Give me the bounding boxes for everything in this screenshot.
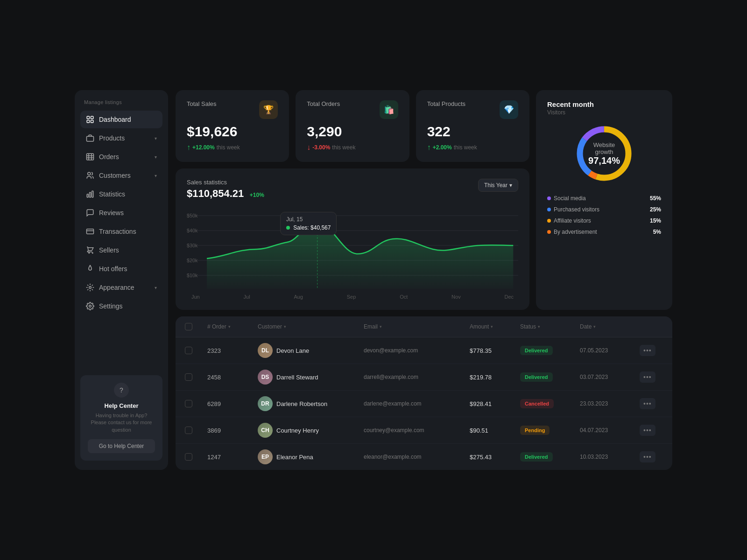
transactions-icon: [86, 227, 94, 236]
sidebar-item-label: Customers: [99, 172, 150, 179]
sidebar-item-appearance[interactable]: Appearance ▾: [80, 279, 162, 296]
manage-label: Manage listings: [80, 99, 162, 110]
customer-name-2: Darrell Steward: [276, 374, 318, 381]
stat-card-total-sales: Total Sales 🏆 $19,626 ↑ +12.00% this wee…: [176, 90, 289, 162]
col-header-customer[interactable]: Customer ▾: [258, 323, 360, 330]
legend-item-advertisement: By advertisement 5%: [547, 229, 661, 235]
email-5: eleanor@example.com: [364, 454, 466, 460]
sidebar-item-hot-offers[interactable]: Hot offers: [80, 260, 162, 278]
total-products-period: this week: [454, 144, 477, 151]
sidebar-item-dashboard[interactable]: Dashboard: [80, 111, 162, 128]
sidebar-item-statistics[interactable]: Statistics: [80, 185, 162, 203]
sidebar-item-customers[interactable]: Customers ▾: [80, 167, 162, 184]
email-4: courtney@example.com: [364, 427, 466, 434]
bag-icon: 🛍️: [380, 100, 398, 119]
settings-icon: [86, 302, 94, 310]
avatar-3: DR: [258, 396, 273, 411]
col-header-order[interactable]: # Order ▾: [207, 323, 254, 330]
actions-button-2[interactable]: •••: [640, 371, 655, 383]
customer-cell-4: CH Courtney Henry: [258, 423, 360, 438]
svg-rect-9: [87, 229, 94, 234]
sidebar-item-products[interactable]: Products ▾: [80, 129, 162, 147]
customer-name-3: Darlene Robertson: [276, 400, 327, 407]
svg-point-11: [89, 305, 92, 308]
customer-name-1: Devon Lane: [276, 347, 309, 354]
appearance-icon: [86, 283, 94, 292]
date-1: 07.05.2023: [580, 347, 636, 354]
sidebar: Manage listings Dashboard Products ▾: [75, 90, 168, 470]
table-row: 6289 DR Darlene Robertson darlene@exampl…: [176, 391, 672, 417]
sidebar-item-label: Reviews: [99, 209, 157, 217]
actions-button-1[interactable]: •••: [640, 345, 655, 356]
chevron-down-icon: ▾: [155, 136, 157, 141]
avatar-4: CH: [258, 423, 273, 438]
x-label-jun: Jun: [191, 294, 200, 300]
period-selector-button[interactable]: This Year ▾: [478, 179, 518, 192]
sidebar-item-settings[interactable]: Settings: [80, 297, 162, 315]
chevron-down-icon: ▾: [155, 154, 157, 160]
actions-button-5[interactable]: •••: [640, 451, 655, 462]
col-header-amount[interactable]: Amount ▾: [470, 323, 516, 330]
sidebar-item-orders[interactable]: Orders ▾: [80, 148, 162, 166]
table-row: 3869 CH Courtney Henry courtney@example.…: [176, 417, 672, 444]
customers-icon: [86, 171, 94, 180]
help-icon: ?: [114, 383, 129, 398]
sidebar-item-label: Statistics: [99, 190, 157, 198]
row-checkbox-3[interactable]: [185, 400, 192, 407]
sort-icon-order: ▾: [228, 324, 231, 329]
orders-table: # Order ▾ Customer ▾ Email ▾ Amount ▾ St…: [176, 316, 672, 470]
customer-cell-3: DR Darlene Robertson: [258, 396, 360, 411]
sort-icon-date: ▾: [593, 324, 596, 329]
app-container: Manage listings Dashboard Products ▾: [75, 90, 672, 470]
svg-rect-1: [91, 116, 93, 119]
go-to-help-button[interactable]: Go to Help Center: [88, 439, 155, 453]
status-badge-5: Delivered: [520, 452, 553, 462]
svg-text:$50k: $50k: [187, 213, 198, 218]
col-header-status[interactable]: Status ▾: [520, 323, 576, 330]
x-label-dec: Dec: [504, 294, 514, 300]
row-checkbox-5[interactable]: [185, 453, 192, 461]
chart-badge: +10%: [250, 192, 264, 198]
actions-button-4[interactable]: •••: [640, 425, 655, 436]
select-all-checkbox[interactable]: [185, 323, 192, 330]
help-center-title: Help Center: [88, 402, 155, 409]
amount-4: $90.51: [470, 427, 516, 434]
col-label-order: # Order: [207, 323, 226, 330]
total-orders-period: this week: [332, 144, 355, 151]
row-checkbox-2[interactable]: [185, 373, 192, 381]
status-badge-4: Pending: [520, 426, 550, 435]
col-header-date[interactable]: Date ▾: [580, 323, 636, 330]
status-5: Delivered: [520, 452, 576, 462]
actions-button-3[interactable]: •••: [640, 398, 655, 409]
sidebar-item-reviews[interactable]: Reviews: [80, 204, 162, 222]
row-checkbox-1[interactable]: [185, 347, 192, 354]
sidebar-item-label: Transactions: [99, 228, 157, 235]
col-header-email[interactable]: Email ▾: [364, 323, 466, 330]
svg-rect-8: [92, 191, 93, 197]
total-sales-title: Total Sales: [187, 100, 217, 107]
order-number-4: 3869: [207, 427, 254, 434]
products-icon: [86, 134, 94, 142]
table-header-row: # Order ▾ Customer ▾ Email ▾ Amount ▾ St…: [176, 316, 672, 337]
x-label-jul: Jul: [244, 294, 250, 300]
ring-text-website: Website: [588, 141, 620, 148]
chevron-down-icon: ▾: [155, 285, 157, 290]
chart-card: Sales statistics $110,854.21 +10% This Y…: [176, 168, 529, 310]
reviews-icon: [86, 209, 94, 217]
sidebar-item-sellers[interactable]: Sellers: [80, 241, 162, 259]
order-number-5: 1247: [207, 454, 254, 461]
dashboard-icon: [86, 115, 94, 124]
header-checkbox: [185, 323, 204, 330]
help-center-description: Having trouble in App? Please contact us…: [88, 412, 155, 434]
order-number-2: 2458: [207, 374, 254, 381]
email-2: darrell@example.com: [364, 374, 466, 380]
svg-text:$40k: $40k: [187, 228, 198, 233]
legend-val-purchased: 25%: [650, 206, 661, 213]
sidebar-item-transactions[interactable]: Transactions: [80, 223, 162, 240]
visitor-card: Recent month Visitors: [536, 90, 672, 310]
col-label-date: Date: [580, 323, 592, 330]
x-label-nov: Nov: [451, 294, 461, 300]
chart-header: Sales statistics $110,854.21 +10% This Y…: [187, 179, 518, 200]
row-checkbox-4[interactable]: [185, 427, 192, 434]
legend-label-purchased: Purchased visitors: [554, 206, 599, 213]
